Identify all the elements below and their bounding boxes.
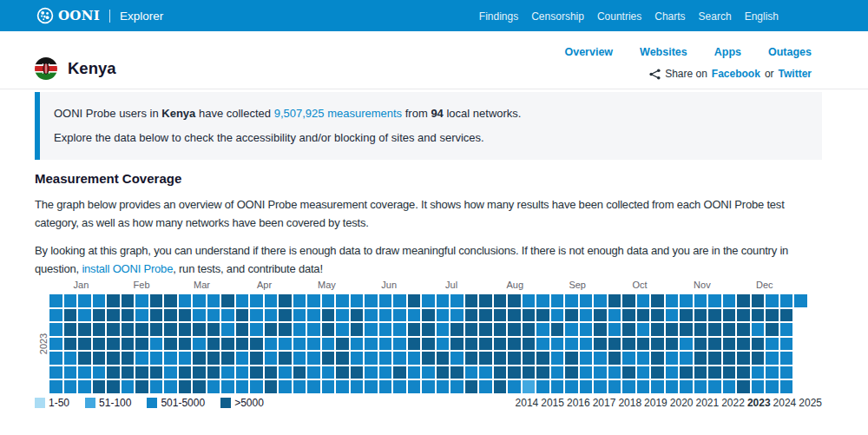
heatmap-cell[interactable]: [694, 366, 707, 379]
heatmap-cell[interactable]: [723, 338, 736, 351]
heatmap-cell[interactable]: [135, 366, 148, 379]
heatmap-cell[interactable]: [293, 309, 306, 322]
heatmap-cell[interactable]: [422, 380, 435, 393]
heatmap-cell[interactable]: [666, 309, 679, 322]
heatmap-cell[interactable]: [536, 380, 549, 393]
heatmap-cell[interactable]: [494, 294, 507, 307]
heatmap-cell[interactable]: [250, 309, 263, 322]
heatmap-cell[interactable]: [551, 352, 564, 365]
heatmap-cell[interactable]: [179, 380, 192, 393]
nav-item-english[interactable]: English: [745, 10, 779, 23]
heatmap-cell[interactable]: [465, 352, 478, 365]
header-link-apps[interactable]: Apps: [714, 46, 741, 58]
heatmap-cell[interactable]: [594, 323, 607, 336]
heatmap-cell[interactable]: [523, 294, 536, 307]
heatmap-cell[interactable]: [708, 338, 721, 351]
heatmap-cell[interactable]: [536, 352, 549, 365]
heatmap-cell[interactable]: [279, 380, 292, 393]
heatmap-cell[interactable]: [752, 366, 765, 379]
heatmap-cell[interactable]: [766, 366, 779, 379]
heatmap-cell[interactable]: [322, 366, 335, 379]
heatmap-cell[interactable]: [708, 323, 721, 336]
heatmap-cell[interactable]: [737, 380, 750, 393]
heatmap-cell[interactable]: [265, 323, 278, 336]
heatmap-cell[interactable]: [49, 323, 62, 336]
heatmap-cell[interactable]: [150, 366, 163, 379]
heatmap-cell[interactable]: [64, 352, 77, 365]
heatmap-cell[interactable]: [422, 352, 435, 365]
heatmap-cell[interactable]: [322, 352, 335, 365]
heatmap-cell[interactable]: [594, 352, 607, 365]
heatmap-cell[interactable]: [164, 309, 177, 322]
heatmap-cell[interactable]: [393, 309, 406, 322]
heatmap-cell[interactable]: [422, 338, 435, 351]
heatmap-cell[interactable]: [494, 380, 507, 393]
heatmap-cell[interactable]: [450, 323, 464, 336]
heatmap-cell[interactable]: [122, 309, 135, 322]
heatmap-cell[interactable]: [64, 309, 77, 322]
heatmap-cell[interactable]: [694, 294, 707, 307]
heatmap-cell[interactable]: [78, 309, 91, 322]
heatmap-cell[interactable]: [651, 366, 664, 379]
year-option-2020[interactable]: 2020: [670, 397, 694, 409]
heatmap-cell[interactable]: [107, 352, 120, 365]
heatmap-cell[interactable]: [179, 366, 192, 379]
heatmap-cell[interactable]: [322, 338, 335, 351]
heatmap-cell[interactable]: [393, 323, 406, 336]
heatmap-cell[interactable]: [365, 366, 378, 379]
heatmap-cell[interactable]: [766, 309, 779, 322]
heatmap-cell[interactable]: [622, 309, 635, 322]
heatmap-cell[interactable]: [752, 338, 765, 351]
heatmap-cell[interactable]: [279, 366, 292, 379]
heatmap-cell[interactable]: [622, 294, 635, 307]
heatmap-cell[interactable]: [752, 380, 765, 393]
heatmap-cell[interactable]: [379, 338, 392, 351]
heatmap-cell[interactable]: [122, 380, 135, 393]
heatmap-cell[interactable]: [408, 338, 421, 351]
heatmap-cell[interactable]: [580, 380, 593, 393]
heatmap-cell[interactable]: [708, 294, 721, 307]
heatmap-cell[interactable]: [637, 323, 650, 336]
heatmap-cell[interactable]: [479, 352, 492, 365]
heatmap-cell[interactable]: [637, 309, 650, 322]
heatmap-cell[interactable]: [780, 338, 793, 351]
heatmap-cell[interactable]: [465, 294, 478, 307]
heatmap-cell[interactable]: [780, 309, 793, 322]
heatmap-cell[interactable]: [780, 366, 793, 379]
heatmap-cell[interactable]: [164, 380, 177, 393]
heatmap-cell[interactable]: [365, 294, 378, 307]
heatmap-cell[interactable]: [279, 338, 292, 351]
heatmap-cell[interactable]: [351, 323, 364, 336]
heatmap-cell[interactable]: [250, 366, 263, 379]
heatmap-cell[interactable]: [437, 380, 450, 393]
heatmap-cell[interactable]: [536, 366, 549, 379]
heatmap-cell[interactable]: [580, 323, 593, 336]
heatmap-cell[interactable]: [551, 338, 564, 351]
heatmap-cell[interactable]: [608, 380, 621, 393]
share-twitter-link[interactable]: Twitter: [779, 68, 812, 80]
heatmap-cell[interactable]: [508, 294, 521, 307]
heatmap-cell[interactable]: [164, 338, 177, 351]
heatmap-cell[interactable]: [437, 309, 450, 322]
heatmap-cell[interactable]: [680, 366, 693, 379]
heatmap-cell[interactable]: [379, 323, 392, 336]
heatmap-cell[interactable]: [293, 380, 306, 393]
heatmap-cell[interactable]: [179, 352, 192, 365]
heatmap-cell[interactable]: [135, 309, 148, 322]
heatmap-cell[interactable]: [536, 338, 549, 351]
heatmap-cell[interactable]: [250, 380, 263, 393]
heatmap-cell[interactable]: [608, 294, 621, 307]
heatmap-cell[interactable]: [393, 338, 406, 351]
heatmap-cell[interactable]: [49, 380, 62, 393]
heatmap-cell[interactable]: [536, 294, 549, 307]
heatmap-cell[interactable]: [608, 338, 621, 351]
heatmap-cell[interactable]: [279, 294, 292, 307]
heatmap-cell[interactable]: [651, 380, 664, 393]
heatmap-cell[interactable]: [49, 309, 62, 322]
heatmap-cell[interactable]: [508, 352, 521, 365]
heatmap-cell[interactable]: [450, 294, 464, 307]
heatmap-cell[interactable]: [723, 309, 736, 322]
heatmap-cell[interactable]: [536, 309, 549, 322]
heatmap-cell[interactable]: [465, 338, 478, 351]
heatmap-cell[interactable]: [465, 380, 478, 393]
